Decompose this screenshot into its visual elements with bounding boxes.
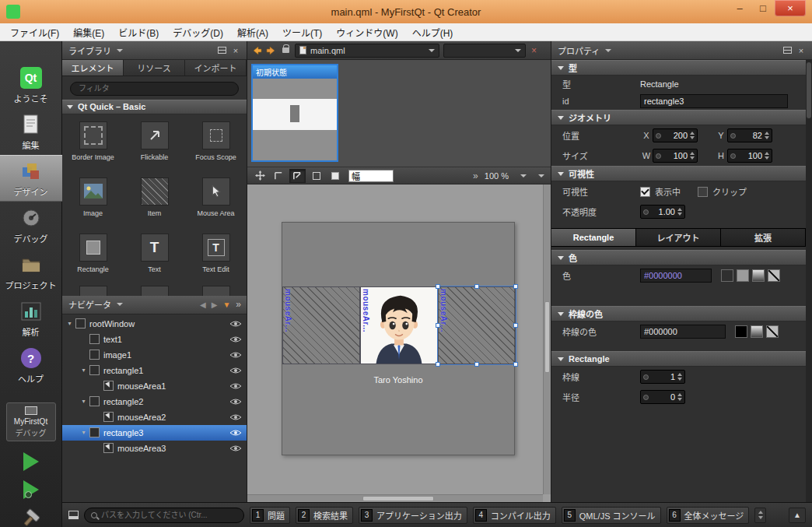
run-debug-button[interactable] [23,480,39,499]
library-section-header[interactable]: Qt Quick – Basic [62,100,247,114]
binding-dot-icon[interactable] [656,133,661,139]
library-item-rectangle[interactable]: Rectangle [62,230,124,286]
no-snapping-button[interactable] [271,169,287,183]
y-spinbox[interactable]: 82 [727,128,772,142]
section-visibility[interactable]: 可視性 [551,166,806,181]
binding-dot-icon[interactable] [643,374,649,380]
h-spinbox[interactable]: 100 [727,149,772,163]
run-button[interactable] [23,452,39,471]
zoom-level[interactable]: 100 % [485,171,509,181]
eye-icon[interactable] [229,367,242,374]
output-pane-general-messages[interactable]: 6 全体メッセージ [667,507,750,524]
menu-debug[interactable]: デバッグ(D) [166,23,230,40]
resize-handle[interactable] [436,323,440,328]
library-item-item[interactable]: Item [124,174,185,230]
border-color-swatch[interactable] [735,325,747,338]
menu-help[interactable]: ヘルプ(H) [405,23,460,40]
scrollbar-thumb[interactable] [362,496,434,501]
secondary-selector[interactable] [443,44,526,58]
tab-rectangle[interactable]: Rectangle [551,229,636,246]
width-field[interactable] [348,170,394,182]
eye-icon[interactable] [229,351,242,359]
locator-input[interactable] [101,511,237,519]
rectangle3-mousearea3-selected[interactable]: mouseAr... [438,286,516,364]
library-item-flickable[interactable]: Flickable [124,118,185,174]
binding-dot-icon[interactable] [656,153,661,159]
library-item-border-image[interactable]: Border Image [62,118,124,174]
section-type[interactable]: 型 [551,60,806,76]
output-pane-cycle-buttons[interactable] [754,508,766,523]
document-selector[interactable]: main.qml [295,44,439,58]
eye-icon[interactable] [229,429,242,437]
move-right-icon[interactable]: ▶ [212,300,218,309]
tab-imports[interactable]: インポート [185,60,247,76]
eye-icon[interactable] [229,336,242,343]
overflow-chevrons-icon[interactable]: » [236,299,241,310]
mode-analyze[interactable]: 解析 [0,295,62,342]
locator[interactable] [84,508,244,523]
kit-selector[interactable]: MyFirstQt デバッグ [6,402,56,441]
eye-icon[interactable] [229,320,242,328]
library-item-icon[interactable] [79,286,107,296]
properties-scrollbar[interactable] [806,60,812,502]
menu-analyze[interactable]: 解析(A) [230,23,275,40]
state-base[interactable]: 初期状態 [251,64,338,162]
move-down-icon[interactable]: ▼ [222,300,230,309]
opacity-spinbox[interactable]: 1.00 [640,205,685,219]
library-item-icon[interactable] [202,286,230,296]
id-input[interactable] [640,94,788,108]
build-button[interactable] [20,508,42,527]
spin-up-icon[interactable] [677,393,682,396]
transparent-button[interactable] [766,325,779,338]
spin-up-icon[interactable] [677,373,682,376]
radius-spinbox[interactable]: 0 [640,390,685,404]
spin-up-icon[interactable] [765,132,769,135]
close-document-button[interactable]: × [531,45,537,56]
output-pane-qmljs-console[interactable]: 5 QML/JS コンソール [562,507,661,524]
navigator-panel-header[interactable]: ナビゲータ ◀ ▶ ▼ » [62,296,247,314]
tab-layout[interactable]: レイアウト [636,229,721,246]
binding-dot-icon[interactable] [643,209,649,215]
navigator-item-image1[interactable]: image1 [62,347,247,363]
navigator-item-text1[interactable]: text1 [62,332,247,347]
gradient-button[interactable] [752,269,765,282]
resize-handle[interactable] [436,362,440,367]
text1-element[interactable]: Taro Yoshino [282,375,514,385]
navigator-item-rectangle2[interactable]: ▾ rectangle2 [62,394,247,409]
avatar-image[interactable] [361,287,437,364]
eye-icon[interactable] [229,444,242,452]
library-panel-header[interactable]: ライブラリ × [62,41,247,60]
spin-down-icon[interactable] [677,213,682,216]
canvas-horizontal-scrollbar[interactable] [247,494,543,502]
spin-down-icon[interactable] [765,156,769,160]
toggle-sidebar-icon[interactable] [68,511,79,519]
selection-tool-button[interactable] [252,169,268,183]
resize-handle[interactable] [513,362,518,367]
spin-down-icon[interactable] [758,516,763,519]
eye-icon[interactable] [229,413,242,421]
tab-resources[interactable]: リソース [124,60,185,76]
navigator-item-mousearea3[interactable]: mouseArea3 [62,441,247,456]
output-pane-application-output[interactable]: 3 アプリケーション出力 [359,507,467,524]
section-rectangle[interactable]: Rectangle [551,351,806,367]
resize-handle[interactable] [436,284,440,289]
spin-down-icon[interactable] [690,156,695,160]
binding-dot-icon[interactable] [730,153,736,159]
color-current-swatch[interactable] [721,269,733,282]
mode-help[interactable]: ヘルプ [0,342,62,388]
snapping-button[interactable] [289,169,306,183]
library-item-mouse-area[interactable]: Mouse Area [185,174,247,230]
resize-handle[interactable] [474,362,479,367]
output-pane-issues[interactable]: 1 問題 [250,507,290,524]
visible-checkbox[interactable] [640,187,650,197]
fill-items-button[interactable] [327,169,343,183]
menu-edit[interactable]: 編集(E) [66,23,111,40]
section-color[interactable]: 色 [551,250,806,265]
library-item-image[interactable]: Image [62,174,124,230]
library-item-text-edit[interactable]: Text Edit [185,230,247,286]
split-panel-button[interactable] [215,44,229,58]
section-border-color[interactable]: 枠線の色 [551,306,806,321]
mode-design[interactable]: デザイン [0,155,62,202]
color-input[interactable] [640,269,712,283]
properties-panel-header[interactable]: プロパティ × [551,41,812,60]
